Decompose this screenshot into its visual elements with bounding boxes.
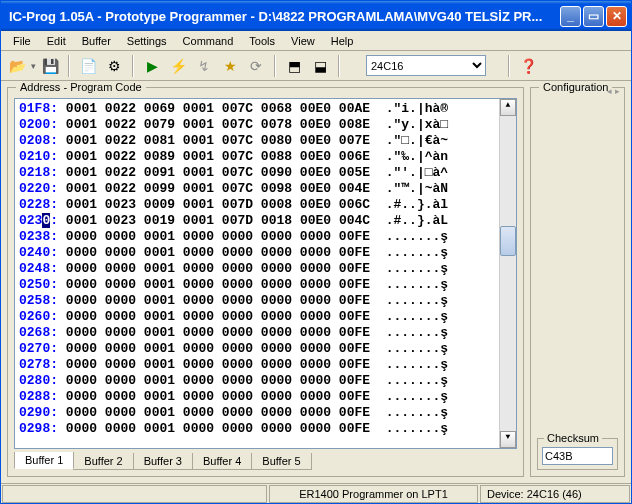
checksum-label: Checksum — [544, 432, 602, 444]
code-panel: Address - Program Code 01F8: 0001 0022 0… — [7, 87, 524, 477]
read-icon[interactable] — [140, 54, 164, 78]
status-left — [2, 485, 267, 503]
open-icon[interactable] — [5, 54, 29, 78]
hex-view[interactable]: 01F8: 0001 0022 0069 0001 007C 0068 00E0… — [14, 98, 517, 449]
scroll-up-icon[interactable]: ▲ — [500, 99, 516, 116]
tab-buffer-5[interactable]: Buffer 5 — [251, 453, 311, 470]
tab-buffer-1[interactable]: Buffer 1 — [14, 452, 74, 469]
scroll-down-icon[interactable]: ▼ — [500, 431, 516, 448]
titlebar[interactable]: IC-Prog 1.05A - Prototype Programmer - D… — [1, 1, 631, 31]
code-panel-title: Address - Program Code — [16, 81, 146, 93]
close-button[interactable]: ✕ — [606, 6, 627, 27]
settings-icon[interactable] — [102, 54, 126, 78]
menu-file[interactable]: File — [5, 33, 39, 49]
program-icon[interactable] — [166, 54, 190, 78]
statusbar: ER1400 Programmer on LPT1 Device: 24C16 … — [1, 483, 631, 503]
menu-view[interactable]: View — [283, 33, 323, 49]
menu-edit[interactable]: Edit — [39, 33, 74, 49]
app-window: IC-Prog 1.05A - Prototype Programmer - D… — [0, 0, 632, 504]
checksum-group: Checksum — [537, 438, 618, 470]
reload-icon[interactable] — [244, 54, 268, 78]
tab-buffer-4[interactable]: Buffer 4 — [192, 453, 252, 470]
scroll-thumb[interactable] — [500, 226, 516, 256]
scrollbar-vertical[interactable]: ▲ ▼ — [499, 99, 516, 448]
tab-buffer-3[interactable]: Buffer 3 — [133, 453, 193, 470]
config-panel-title: Configuration — [539, 81, 612, 93]
window-title: IC-Prog 1.05A - Prototype Programmer - D… — [5, 9, 560, 24]
help-icon[interactable] — [516, 54, 540, 78]
verify-icon[interactable] — [218, 54, 242, 78]
device-select[interactable]: 24C16 — [366, 55, 486, 76]
menu-buffer[interactable]: Buffer — [74, 33, 119, 49]
erase-icon[interactable] — [192, 54, 216, 78]
tab-buffer-2[interactable]: Buffer 2 — [73, 453, 133, 470]
checksum-field[interactable] — [542, 447, 613, 465]
document-icon[interactable] — [76, 54, 100, 78]
buffer-tabs: Buffer 1Buffer 2Buffer 3Buffer 4Buffer 5 — [14, 453, 517, 470]
save-icon[interactable] — [38, 54, 62, 78]
window2-icon[interactable] — [308, 54, 332, 78]
maximize-button[interactable]: ▭ — [583, 6, 604, 27]
menu-help[interactable]: Help — [323, 33, 362, 49]
menu-tools[interactable]: Tools — [241, 33, 283, 49]
minimize-button[interactable]: _ — [560, 6, 581, 27]
window1-icon[interactable] — [282, 54, 306, 78]
status-center: ER1400 Programmer on LPT1 — [269, 485, 478, 503]
menubar: FileEditBufferSettingsCommandToolsViewHe… — [1, 31, 631, 51]
config-panel: Configuration ◂ ▸ Checksum — [530, 87, 625, 477]
toolbar: ▾ 24C16 — [1, 51, 631, 81]
status-right: Device: 24C16 (46) — [480, 485, 630, 503]
menu-settings[interactable]: Settings — [119, 33, 175, 49]
menu-command[interactable]: Command — [175, 33, 242, 49]
config-nav-arrows[interactable]: ◂ ▸ — [607, 86, 620, 96]
